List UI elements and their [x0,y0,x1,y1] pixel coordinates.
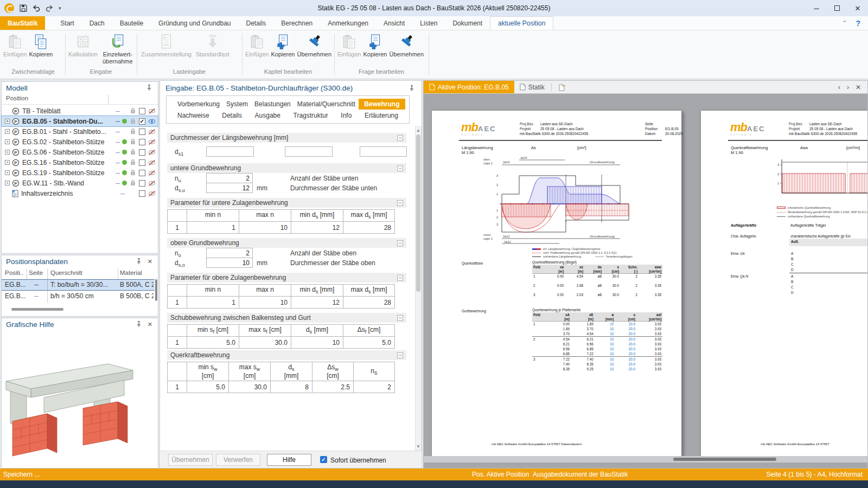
tab-material-querschnitt[interactable]: Material/Querschnitt [294,99,359,109]
collapse-ribbon-icon[interactable]: ⌃ [842,20,847,27]
eye-off-icon[interactable] [148,170,156,176]
eye-off-icon[interactable] [148,159,156,166]
modell-column-header[interactable]: Position [2,95,158,105]
tab-ausgabe[interactable]: Ausgabe [252,111,284,120]
preview-hscrollbar[interactable] [424,456,867,463]
tab-nachweise[interactable]: Nachweise [174,111,213,120]
expand-icon[interactable]: + [5,129,10,134]
print-checkbox[interactable] [139,108,145,114]
print-checkbox[interactable] [139,190,145,197]
ribbon-einfuegen-kapitel[interactable]: Einfügen [245,34,269,58]
print-checkbox[interactable] [139,129,145,135]
save-icon[interactable] [20,4,27,12]
new-document-icon[interactable] [553,81,571,93]
collapse-icon[interactable]: − [397,275,403,281]
tab-baustatik[interactable]: BauStatik [0,16,45,30]
tree-item-egs19[interactable]: + EG.S.19 - Stahlbeton-Stütze -- [2,168,158,178]
maximize-button[interactable] [827,0,847,16]
expand-icon[interactable]: + [5,119,10,124]
eye-off-icon[interactable] [148,129,156,135]
expand-icon[interactable]: + [5,170,10,175]
ribbon-einzelwert-uebernahme[interactable]: Einzelwert-übernahme [100,34,136,65]
tab-dokument[interactable]: Dokument [445,16,490,30]
tab-gruendung[interactable]: Gründung und Grundbau [151,16,238,30]
tab-details2[interactable]: Details [219,111,245,120]
doc-tab-aktive-position[interactable]: Aktive Position: EG.B.05 [424,81,514,93]
tab-vorbemerkung[interactable]: Vorbemerkung [174,99,223,109]
form-scrollbar[interactable]: ▲ ▼ [415,126,422,451]
tree-item-egs06[interactable]: + EG.S.06 - Stahlbeton-Stütze -- [2,147,158,157]
eye-off-icon[interactable] [148,180,156,187]
ds1-input-1[interactable] [206,146,254,157]
tree-item-inhaltsverzeichnis[interactable]: Inhaltsverzeichnis -- [2,188,158,198]
ribbon-kopieren-zwischenablage[interactable]: Kopieren [29,34,53,58]
eye-off-icon[interactable] [148,149,156,156]
tree-item-egb01[interactable]: + EG.B.01 - Stahl - Stahlbeto... -- [2,126,158,137]
collapse-icon[interactable]: − [397,240,403,246]
eye-off-icon[interactable] [148,108,156,114]
nu-input[interactable]: 2 [206,173,253,183]
app-logo-icon[interactable] [4,3,14,13]
scrollbar-thumb[interactable] [673,458,776,461]
close-button[interactable]: ✕ [847,0,868,16]
ds1-input-2[interactable] [285,146,333,157]
tab-info[interactable]: Info [337,111,355,120]
ribbon-uebernehmen-kapitel[interactable]: Übernehmen [297,34,331,58]
print-checkbox[interactable] [139,149,145,156]
tab-details[interactable]: Details [239,16,274,30]
tab-start[interactable]: Start [53,16,81,30]
eye-off-icon[interactable] [148,190,156,197]
tab-ansicht[interactable]: Ansicht [376,16,412,30]
collapse-icon[interactable]: − [397,200,403,206]
help-icon[interactable]: ? [856,19,860,28]
close-preview-icon[interactable]: ✕ [856,84,861,91]
ribbon-kopieren-frage[interactable]: Kopieren [363,34,387,58]
tab-dach[interactable]: Dach [82,16,112,30]
redo-icon[interactable] [46,4,53,12]
posplan-row[interactable]: EG.B.... -- b/h = 30/50 cm B 500B, C 25/… [2,291,155,303]
sofort-uebernehmen-checkbox[interactable]: ✓ [320,456,327,463]
collapse-icon[interactable]: − [397,165,403,171]
next-page-icon[interactable]: › [847,84,849,91]
close-icon[interactable]: ✕ [148,258,152,265]
print-checkbox[interactable] [139,170,145,176]
ds1-input-3[interactable] [360,146,407,157]
ribbon-zusammenstellung[interactable]: Zusammenstellung [141,34,192,58]
prev-page-icon[interactable]: ‹ [838,84,840,91]
expand-icon[interactable]: + [5,160,10,165]
verwerfen-button[interactable]: Verwerfen [216,454,260,466]
eye-on-icon[interactable] [148,118,156,125]
expand-icon[interactable]: + [5,181,10,185]
tab-tragstruktur[interactable]: Tragstruktur [290,111,331,120]
print-checkbox[interactable] [139,159,145,166]
undo-icon[interactable] [33,4,40,12]
print-checkbox[interactable] [139,180,145,187]
dso-input[interactable]: 10 [206,258,253,268]
horizontal-scrollbar-thumb[interactable] [11,308,63,311]
print-checkbox[interactable] [139,139,145,145]
ribbon-uebernehmen-frage[interactable]: Übernehmen [389,34,424,58]
uebernehmen-button[interactable]: Übernehmen [168,454,213,466]
collapse-icon[interactable]: − [397,315,403,321]
ribbon-standardlast[interactable]: Standardlast [196,34,229,58]
tree-item-titelblatt[interactable]: TB - Titelblatt -- [2,106,158,116]
pin-icon[interactable] [146,85,152,91]
no-input[interactable]: 2 [206,248,253,258]
tab-erlaeuterung[interactable]: Erläuterung [361,111,401,120]
tab-belastungen[interactable]: Belastungen [251,99,294,109]
tab-bauteile[interactable]: Bauteile [112,16,151,30]
expand-icon[interactable]: + [5,150,10,155]
dsu-input[interactable]: 12 [206,183,253,193]
tab-bewehrung[interactable]: Bewehrung [359,99,405,110]
tab-aktuelle-position[interactable]: aktuelle Position [490,16,553,30]
pin-icon[interactable] [136,321,142,328]
tree-item-egs02[interactable]: + EG.S.02 - Stahlbeton-Stütze -- [2,137,158,147]
tab-listen[interactable]: Listen [412,16,445,30]
ribbon-einfuegen-zwischenablage[interactable]: Einfügen [3,34,27,58]
customize-toolbar-icon[interactable]: ▾ [59,5,61,11]
tab-berechnen[interactable]: Berechnen [273,16,320,30]
tree-item-egw11[interactable]: + EG.W.11 - Stb.-Wand -- [2,178,158,188]
print-checkbox[interactable]: ✓ [139,118,145,125]
collapse-icon[interactable]: − [397,135,403,141]
eye-off-icon[interactable] [148,139,156,145]
